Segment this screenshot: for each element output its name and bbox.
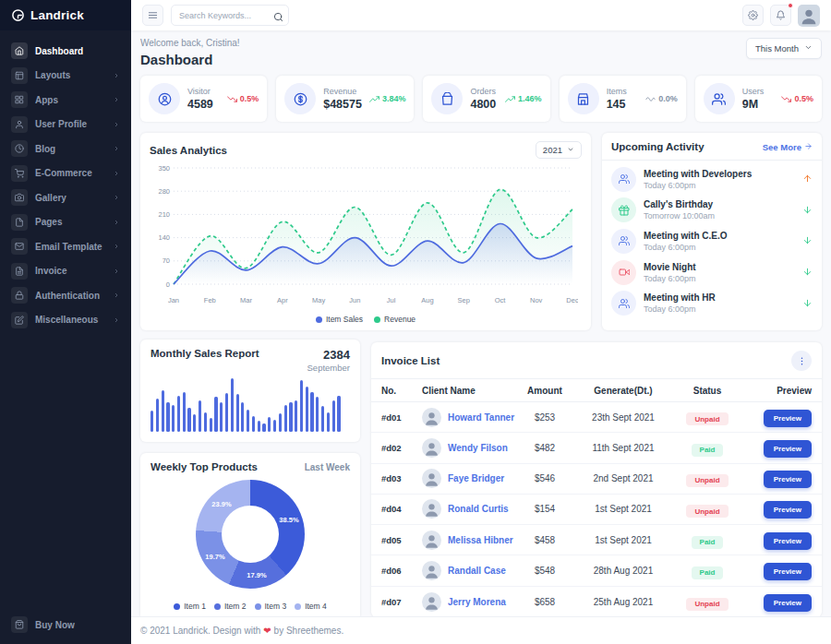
activity-item[interactable]: Movie NightToday 6:00pm xyxy=(611,260,813,285)
sidebar-item-label: Invoice xyxy=(35,266,105,276)
stat-trend: 0.0% xyxy=(645,94,678,104)
sidebar-item-layouts[interactable]: Layouts xyxy=(7,65,124,87)
search-input[interactable] xyxy=(171,5,289,26)
chevron-right-icon xyxy=(113,121,120,128)
sidebar-item-miscellaneous[interactable]: Miscellaneous xyxy=(7,309,124,331)
client-avatar xyxy=(422,531,441,550)
period-select-value: This Month xyxy=(755,43,799,54)
preview-button[interactable]: Preview xyxy=(764,563,812,580)
activity-item[interactable]: Meeting with C.E.OToday 6:00pm xyxy=(611,229,813,254)
chevron-right-icon xyxy=(113,170,120,177)
status-badge: Unpaid xyxy=(686,598,728,611)
sidebar-item-dashboard[interactable]: Dashboard xyxy=(7,40,124,62)
activity-item[interactable]: Cally's BirthdayTomorrow 10:00am xyxy=(611,197,813,222)
sidebar-item-blog[interactable]: Blog xyxy=(7,137,124,160)
arrow-down-icon xyxy=(802,205,813,215)
sales-bar xyxy=(177,396,180,432)
chevron-right-icon xyxy=(113,194,120,201)
preview-button[interactable]: Preview xyxy=(764,532,812,550)
client-name-link[interactable]: Ronald Curtis xyxy=(448,504,509,514)
weekly-products-card: Weekly Top Products Last Week 38.5%17.9%… xyxy=(140,453,360,616)
invoice-col-header: Preview xyxy=(741,386,812,396)
arrow-down-icon xyxy=(802,267,813,277)
footer-copyright: © 2021 Landrick. Design with xyxy=(140,626,260,636)
invoice-row: #d07Jerry Morena$65825th Aug 2021UnpaidP… xyxy=(371,587,822,616)
legend-item[interactable]: Revenue xyxy=(374,315,416,324)
invoice-date: 25th Aug 2021 xyxy=(573,597,673,607)
sales-bar xyxy=(273,420,276,432)
status-badge: Unpaid xyxy=(686,474,728,487)
legend-item[interactable]: Item 2 xyxy=(214,602,247,611)
user-avatar[interactable] xyxy=(798,5,820,27)
legend-item[interactable]: Item 4 xyxy=(295,602,327,611)
preview-button[interactable]: Preview xyxy=(764,594,812,612)
brand-logo[interactable]: Landrick xyxy=(0,0,131,30)
legend-dot xyxy=(214,603,221,610)
trending-up-icon xyxy=(369,94,379,104)
activity-list: Meeting with DevelopersToday 6:00pmCally… xyxy=(611,161,813,322)
video-icon xyxy=(611,260,636,285)
sidebar-item-user-profile[interactable]: User Profile xyxy=(7,113,124,136)
preview-button[interactable]: Preview xyxy=(764,471,812,488)
sidebar-item-authentication[interactable]: Authentication xyxy=(7,284,124,306)
sidebar-item-e-commerce[interactable]: E-Commerce xyxy=(7,162,124,185)
legend-item[interactable]: Item Sales xyxy=(316,315,363,324)
svg-text:Feb: Feb xyxy=(204,296,216,304)
sidebar-item-apps[interactable]: Apps xyxy=(7,89,124,111)
preview-button[interactable]: Preview xyxy=(764,410,812,427)
year-select[interactable]: 2021 xyxy=(536,141,582,159)
invoice-col-header: No. xyxy=(381,386,422,396)
chevron-right-icon xyxy=(113,72,120,79)
client-name-link[interactable]: Randall Case xyxy=(448,566,506,576)
topbar xyxy=(131,0,831,30)
activity-item[interactable]: Meeting with DevelopersToday 6:00pm xyxy=(611,167,813,192)
search-icon[interactable] xyxy=(273,9,283,19)
footer-credit: by Shreethemes. xyxy=(274,626,344,636)
sales-bar xyxy=(284,405,287,432)
users-icon xyxy=(611,291,636,316)
buy-now-button[interactable]: Buy Now xyxy=(0,609,131,644)
client-name-link[interactable]: Howard Tanner xyxy=(448,412,514,423)
svg-text:70: 70 xyxy=(163,256,170,265)
settings-button[interactable] xyxy=(742,5,764,26)
gift-icon xyxy=(619,205,630,216)
sidebar-item-email-template[interactable]: Email Template xyxy=(7,235,124,257)
client-name-link[interactable]: Wendy Filson xyxy=(448,443,508,453)
legend-item[interactable]: Item 3 xyxy=(255,602,287,611)
sidebar-item-pages[interactable]: Pages xyxy=(7,211,124,233)
legend-dot xyxy=(174,603,180,610)
client-name-link[interactable]: Faye Bridger xyxy=(448,473,504,483)
sales-bar xyxy=(306,387,308,432)
legend-item[interactable]: Item 1 xyxy=(174,602,206,611)
notifications-button[interactable] xyxy=(770,5,791,26)
sidebar-item-label: Layouts xyxy=(35,70,105,80)
sidebar-item-gallery[interactable]: Gallery xyxy=(7,186,124,209)
clock-icon xyxy=(11,140,28,157)
period-select[interactable]: This Month xyxy=(746,38,822,59)
client-name-link[interactable]: Melissa Hibner xyxy=(448,535,513,545)
sidebar-item-label: User Profile xyxy=(35,119,105,129)
video-icon xyxy=(619,267,630,278)
svg-text:Sep: Sep xyxy=(458,296,470,304)
donut-slice-label: 23.9% xyxy=(211,500,231,508)
preview-button[interactable]: Preview xyxy=(764,501,812,519)
weekly-products-title: Weekly Top Products xyxy=(151,461,258,472)
invoice-more-button[interactable] xyxy=(791,351,812,371)
invoice-date: 11th Sept 2021 xyxy=(573,443,673,453)
activity-title: Meeting with C.E.O xyxy=(644,231,795,241)
legend-dot xyxy=(316,316,322,323)
page-title: Dashboard xyxy=(140,52,240,67)
see-more-link[interactable]: See More xyxy=(763,142,813,152)
invoice-amount: $458 xyxy=(516,535,573,545)
menu-toggle-button[interactable] xyxy=(142,5,163,26)
sales-chart-svg: 070140210280350JanFebMarAprMayJunJulAugS… xyxy=(150,159,578,310)
sales-bar xyxy=(316,397,319,432)
sidebar-item-invoice[interactable]: Invoice xyxy=(7,260,124,282)
sales-bar xyxy=(231,378,234,432)
activity-item[interactable]: Meeting with HRToday 6:00pm xyxy=(611,291,813,316)
client-name-link[interactable]: Jerry Morena xyxy=(448,597,506,607)
invoice-number: #d06 xyxy=(381,566,422,576)
preview-button[interactable]: Preview xyxy=(764,440,812,458)
weekly-products-period: Last Week xyxy=(305,462,350,472)
sidebar-item-label: Miscellaneous xyxy=(35,315,105,325)
